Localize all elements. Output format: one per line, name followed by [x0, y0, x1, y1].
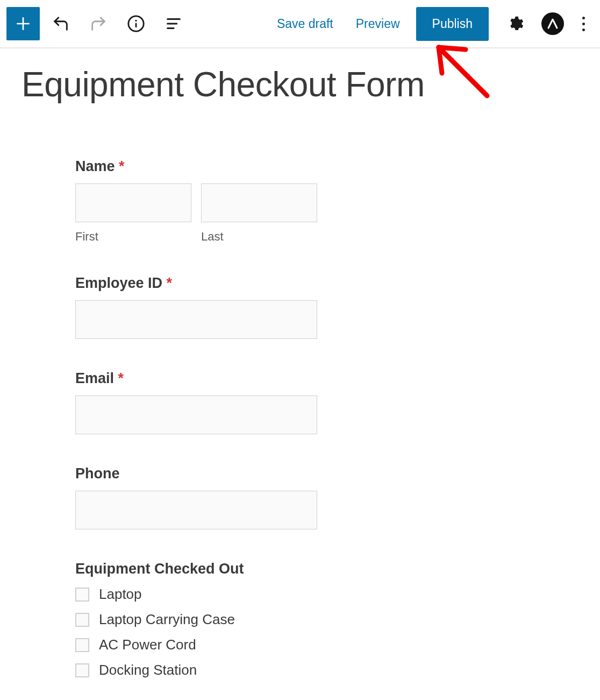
dot-icon [582, 23, 585, 25]
equipment-option-row: Laptop [75, 586, 376, 603]
field-employee-id: Employee ID * [75, 275, 376, 339]
equipment-option-row: AC Power Cord [75, 637, 376, 653]
required-mark: * [118, 370, 124, 386]
field-name: Name * First Last [75, 158, 376, 244]
equipment-option-row: Laptop Carrying Case [75, 611, 376, 628]
publish-button[interactable]: Publish [416, 7, 489, 41]
field-email: Email * [75, 370, 376, 434]
page-title[interactable]: Equipment Checkout Form [22, 65, 578, 104]
email-label: Email * [75, 370, 376, 387]
field-phone: Phone [75, 465, 376, 529]
gear-icon [506, 15, 524, 32]
label-text: Email [75, 370, 114, 386]
phone-label: Phone [75, 465, 376, 482]
first-name-input[interactable] [75, 183, 191, 222]
plus-icon [15, 15, 32, 32]
checkbox-docking-station[interactable] [75, 663, 89, 677]
option-label: AC Power Cord [99, 637, 196, 653]
info-icon [127, 15, 145, 33]
employee-id-input[interactable] [75, 300, 317, 339]
dot-icon [582, 29, 585, 31]
add-block-button[interactable] [6, 7, 40, 40]
checkbox-laptop-case[interactable] [75, 613, 89, 627]
preview-button[interactable]: Preview [349, 12, 406, 36]
dot-icon [582, 17, 585, 19]
site-logo-icon [546, 17, 559, 30]
employee-id-label: Employee ID * [75, 275, 376, 292]
label-text: Employee ID [75, 275, 162, 291]
option-label: Laptop [99, 586, 142, 603]
equipment-options: Laptop Laptop Carrying Case AC Power Cor… [75, 586, 376, 678]
site-logo-avatar[interactable] [541, 12, 564, 35]
email-input[interactable] [75, 395, 317, 434]
required-mark: * [167, 275, 173, 291]
undo-button[interactable] [44, 7, 77, 40]
label-text: Name [75, 158, 115, 174]
editor-toolbar: Save draft Preview Publish [0, 0, 600, 48]
equipment-label: Equipment Checked Out [75, 561, 376, 577]
settings-button[interactable] [498, 7, 532, 40]
checkbox-ac-power-cord[interactable] [75, 638, 89, 652]
field-equipment: Equipment Checked Out Laptop Laptop Carr… [75, 561, 376, 678]
document-outline-button[interactable] [157, 7, 190, 40]
svg-point-4 [135, 20, 137, 22]
last-name-input[interactable] [201, 183, 317, 222]
form-preview: Name * First Last Employee ID * [75, 158, 376, 678]
redo-button[interactable] [82, 7, 115, 40]
more-options-button[interactable] [574, 13, 594, 34]
phone-input[interactable] [75, 491, 317, 529]
redo-icon [89, 15, 108, 33]
option-label: Laptop Carrying Case [99, 611, 235, 628]
first-sublabel: First [75, 230, 191, 244]
document-info-button[interactable] [119, 7, 153, 40]
checkbox-laptop[interactable] [75, 588, 89, 602]
last-sublabel: Last [201, 230, 317, 244]
name-label: Name * [75, 158, 376, 175]
option-label: Docking Station [99, 662, 197, 678]
save-draft-button[interactable]: Save draft [270, 12, 340, 36]
toolbar-right: Save draft Preview Publish [270, 7, 594, 41]
editor-canvas: Equipment Checkout Form Name * First Las… [0, 48, 600, 678]
undo-icon [52, 15, 70, 33]
label-text: Phone [75, 465, 120, 482]
toolbar-left [6, 7, 190, 40]
required-mark: * [119, 158, 125, 174]
equipment-option-row: Docking Station [75, 662, 376, 678]
outline-icon [165, 15, 183, 33]
